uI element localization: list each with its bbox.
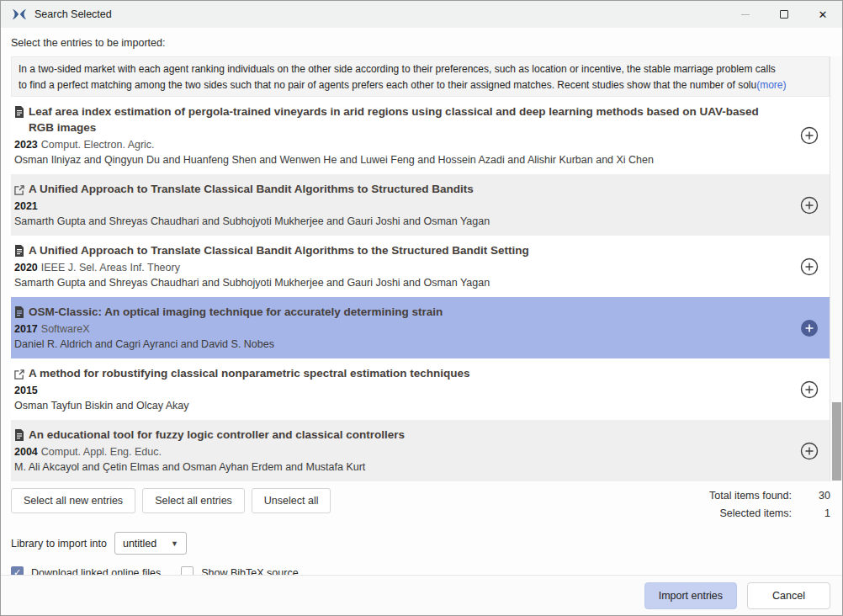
selected-items-value: 1 <box>792 507 830 519</box>
abstract-line-2: to find a perfect matching among the two… <box>19 77 822 93</box>
entry-row[interactable]: An educational tool for fuzzy logic cont… <box>11 420 830 481</box>
cancel-button[interactable]: Cancel <box>747 582 830 609</box>
library-to-import-label: Library to import into <box>11 538 107 550</box>
window-title: Search Selected <box>34 8 112 20</box>
plus-circle-icon <box>800 442 819 460</box>
abstract-line-1: In a two-sided market with each agent ra… <box>19 61 822 77</box>
entry-year: 2023 <box>14 139 38 151</box>
entry-row[interactable]: A method for robustifying classical nonp… <box>11 358 830 420</box>
footer-bar: Import entries Cancel <box>1 575 842 615</box>
file-text-icon <box>14 429 24 441</box>
unselect-all-button[interactable]: Unselect all <box>252 488 331 513</box>
entry-title: An educational tool for fuzzy logic cont… <box>14 427 789 443</box>
library-selected-option: untitled <box>123 538 156 550</box>
entry-year: 2004 <box>14 446 38 458</box>
external-link-icon <box>14 369 24 380</box>
entry-meta: 2004Comput. Appl. Eng. Educ. <box>14 444 789 459</box>
plus-circle-icon <box>800 196 819 215</box>
entry-title: A Unified Approach to Translate Classica… <box>14 242 789 258</box>
select-all-entries-button[interactable]: Select all entries <box>142 488 245 513</box>
maximize-button[interactable] <box>765 1 803 28</box>
file-text-icon <box>14 245 24 257</box>
add-entry-button[interactable] <box>800 126 819 145</box>
total-items-value: 30 <box>792 490 830 502</box>
minimize-button[interactable] <box>726 1 765 28</box>
entry-row[interactable]: Leaf area index estimation of pergola-tr… <box>11 97 830 174</box>
entry-title: A Unified Approach to Translate Classica… <box>14 181 789 197</box>
import-entries-button[interactable]: Import entries <box>644 582 737 609</box>
scrollbar-thumb[interactable] <box>832 402 841 481</box>
entry-meta: 2017SoftwareX <box>14 321 789 337</box>
entry-title: OSM-Classic: An optical imaging techniqu… <box>14 304 789 320</box>
entry-row[interactable]: A Unified Approach to Translate Classica… <box>11 236 830 297</box>
entry-row-selected[interactable]: OSM-Classic: An optical imaging techniqu… <box>11 297 830 358</box>
entry-authors: M. Ali Akcayol and Çetin Elmas and Osman… <box>14 459 789 475</box>
maximize-icon <box>780 10 788 19</box>
add-entry-button[interactable] <box>800 442 819 460</box>
entry-year: 2017 <box>14 323 38 335</box>
jabref-logo-icon <box>12 7 27 22</box>
add-entry-button[interactable] <box>800 196 819 215</box>
entry-authors: Osman Tayfun Biskin and Olcay Akay <box>14 398 789 413</box>
entry-row[interactable]: A Unified Approach to Translate Classica… <box>11 174 830 236</box>
select-all-new-entries-button[interactable]: Select all new entries <box>11 488 135 513</box>
total-items-label: Total items found: <box>709 490 792 502</box>
plus-circle-icon <box>800 126 819 145</box>
selected-items-label: Selected items: <box>709 507 792 519</box>
titlebar: Search Selected ✕ <box>1 1 842 28</box>
add-entry-button[interactable] <box>800 380 819 399</box>
entry-journal: SoftwareX <box>41 323 90 335</box>
add-entry-button[interactable] <box>800 258 819 276</box>
entry-title: Leaf area index estimation of pergola-tr… <box>14 104 789 135</box>
close-icon: ✕ <box>819 9 828 20</box>
plus-circle-icon <box>800 380 819 399</box>
entry-title: A method for robustifying classical nonp… <box>14 365 789 381</box>
entry-journal: Comput. Appl. Eng. Educ. <box>41 446 162 458</box>
entries-scrollpane: In a two-sided market with each agent ra… <box>11 56 842 481</box>
entry-year: 2020 <box>14 262 38 273</box>
entry-meta: 2023Comput. Electron. Agric. <box>14 137 789 152</box>
entry-journal: Comput. Electron. Agric. <box>41 139 155 151</box>
search-selected-dialog: Search Selected ✕ Select the entries to … <box>0 0 843 616</box>
library-select[interactable]: untitled ▼ <box>114 532 187 555</box>
plus-circle-filled-icon <box>800 319 819 337</box>
chevron-down-icon: ▼ <box>171 539 178 548</box>
stats-panel: Total items found: 30 Selected items: 1 <box>709 490 830 519</box>
plus-circle-icon <box>800 258 819 276</box>
close-button[interactable]: ✕ <box>803 1 842 28</box>
entry-year: 2021 <box>14 200 38 212</box>
add-entry-button[interactable] <box>800 319 819 337</box>
entry-authors: Samarth Gupta and Shreyas Chaudhari and … <box>14 214 789 229</box>
entry-meta: 2015 <box>14 383 789 398</box>
more-link[interactable]: (more) <box>756 79 786 91</box>
instruction-label: Select the entries to be imported: <box>11 37 832 49</box>
external-link-icon <box>14 184 24 196</box>
file-text-icon <box>14 106 24 118</box>
entry-authors: Daniel R. Aldrich and Cagri Ayranci and … <box>14 337 789 352</box>
entry-journal: IEEE J. Sel. Areas Inf. Theory <box>41 262 180 273</box>
entry-year: 2015 <box>14 385 38 396</box>
file-text-icon <box>14 306 24 318</box>
minimize-icon <box>741 14 750 15</box>
entry-authors: Samarth Gupta and Shreyas Chaudhari and … <box>14 275 789 290</box>
entry-authors: Osman Ilniyaz and Qingyun Du and Huanfen… <box>14 152 789 167</box>
entry-meta: 2021 <box>14 199 789 214</box>
abstract-preview: In a two-sided market with each agent ra… <box>11 56 830 97</box>
vertical-scrollbar[interactable] <box>830 56 842 481</box>
entry-meta: 2020IEEE J. Sel. Areas Inf. Theory <box>14 260 789 275</box>
